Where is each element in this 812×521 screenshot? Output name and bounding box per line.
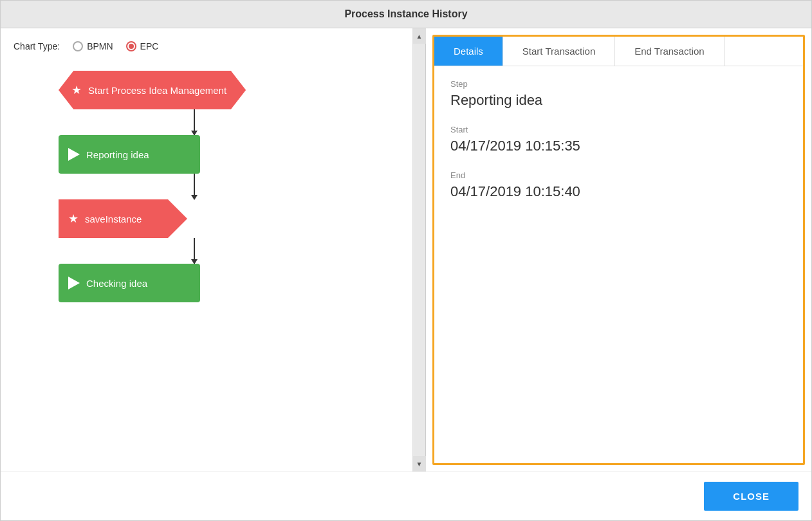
right-panel: ▲ ▼ Details Start Transaction End Transa… (412, 28, 811, 471)
star-icon: ★ (71, 83, 82, 97)
start-label: Start (450, 125, 787, 134)
tab-details[interactable]: Details (434, 37, 503, 66)
save-instance-label: saveInstance (85, 214, 142, 224)
tab-end-transaction[interactable]: End Transaction (615, 37, 724, 66)
step-field: Step Reporting idea (450, 79, 787, 109)
scroll-track (413, 44, 425, 456)
start-node-shape: ★ Start Process Idea Management (59, 71, 246, 109)
reporting-idea-shape: Reporting idea (59, 135, 200, 174)
connector-3 (194, 238, 195, 264)
start-node-label: Start Process Idea Management (88, 85, 226, 96)
checking-idea-node[interactable]: Checking idea (59, 264, 200, 302)
end-value: 04/17/2019 10:15:40 (450, 183, 787, 200)
checking-idea-shape: Checking idea (59, 264, 200, 302)
tabs-container: Details Start Transaction End Transactio… (434, 37, 803, 66)
bpmn-radio-option[interactable]: BPMN (73, 41, 113, 51)
step-value: Reporting idea (450, 92, 787, 109)
chart-type-label: Chart Type: (14, 41, 60, 51)
play-icon-1 (68, 148, 80, 161)
play-icon-2 (68, 277, 80, 289)
start-field: Start 04/17/2019 10:15:35 (450, 125, 787, 154)
start-value: 04/17/2019 10:15:35 (450, 138, 787, 154)
close-button[interactable]: CLOSE (704, 482, 798, 511)
tab-start-transaction[interactable]: Start Transaction (503, 37, 615, 66)
dialog-footer: CLOSE (1, 471, 811, 520)
reporting-idea-node[interactable]: Reporting idea (59, 135, 200, 174)
connector-1 (194, 109, 195, 135)
step-label: Step (450, 79, 787, 89)
flow-diagram: ★ Start Process Idea Management Reportin… (14, 71, 400, 302)
save-instance-shape: ★ saveInstance (59, 199, 187, 238)
process-instance-history-dialog: Process Instance History Chart Type: BPM… (0, 0, 812, 521)
left-panel: Chart Type: BPMN EPC ★ Start Process Ide… (1, 28, 412, 471)
chart-type-selector: Chart Type: BPMN EPC (14, 41, 400, 51)
scroll-bar: ▲ ▼ (413, 28, 426, 471)
bpmn-label: BPMN (87, 41, 113, 51)
start-node[interactable]: ★ Start Process Idea Management (59, 71, 246, 109)
epc-radio-circle (126, 41, 136, 51)
dialog-body: Chart Type: BPMN EPC ★ Start Process Ide… (1, 28, 811, 471)
star-icon-2: ★ (68, 212, 78, 226)
reporting-idea-label: Reporting idea (86, 149, 149, 160)
epc-label: EPC (140, 41, 159, 51)
scroll-up-button[interactable]: ▲ (413, 28, 426, 44)
detail-content: Step Reporting idea Start 04/17/2019 10:… (434, 66, 803, 229)
epc-radio-option[interactable]: EPC (126, 41, 159, 51)
dialog-title: Process Instance History (1, 1, 811, 28)
end-field: End 04/17/2019 10:15:40 (450, 170, 787, 200)
right-content-wrapper: ▲ ▼ Details Start Transaction End Transa… (413, 28, 811, 471)
save-instance-node[interactable]: ★ saveInstance (59, 199, 187, 238)
scroll-down-button[interactable]: ▼ (413, 456, 426, 471)
bpmn-radio-circle (73, 41, 83, 51)
detail-container: Details Start Transaction End Transactio… (432, 35, 805, 465)
connector-2 (194, 174, 195, 199)
end-label: End (450, 170, 787, 180)
checking-idea-label: Checking idea (86, 278, 147, 289)
